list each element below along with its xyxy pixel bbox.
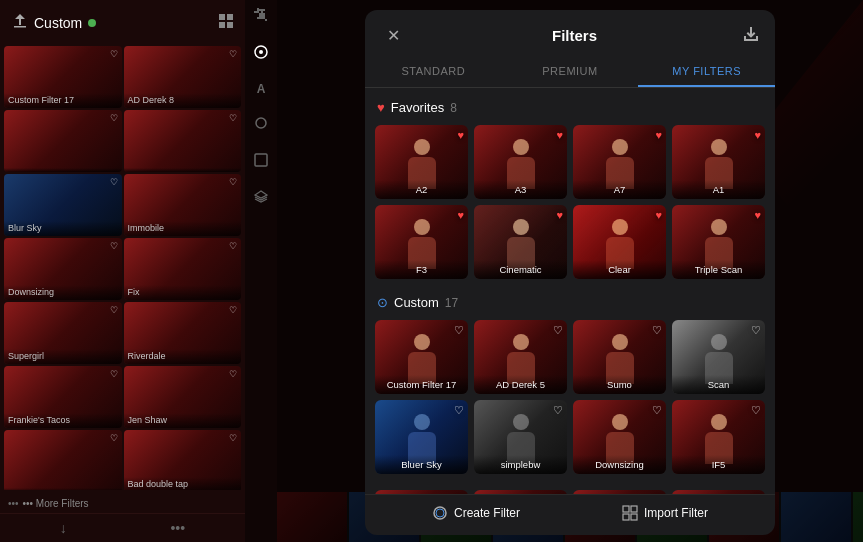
layers-icon[interactable] [254,190,268,207]
dots-icon[interactable]: ••• [170,520,185,536]
heart-icon: ♡ [229,113,237,123]
heart-icon: ♡ [229,241,237,251]
svg-rect-12 [631,506,637,512]
heart-icon: ♥ [754,129,761,141]
download-icon[interactable]: ↓ [60,520,67,536]
list-item[interactable]: ♡ [4,430,122,490]
filter-name: Downsizing [573,455,666,474]
filter-item-sumo[interactable]: ♡ Sumo [573,320,666,394]
filter-item-a1[interactable]: ♥ A1 [672,125,765,199]
heart-icon: ♡ [553,404,563,417]
svg-point-10 [436,509,444,517]
upload-icon[interactable] [12,13,28,33]
svg-rect-14 [631,514,637,520]
filter-item-if5[interactable]: ♡ IF5 [672,400,765,474]
heart-icon: ♥ [754,209,761,221]
import-filter-button[interactable]: Import Filter [622,505,708,521]
filter-name: IF5 [672,455,765,474]
filter-item-extra4[interactable]: ♡ [672,490,765,494]
heart-icon: ♥ [457,209,464,221]
crop-icon[interactable] [254,8,268,25]
list-item[interactable]: ♡ Bad double tap [124,430,242,490]
more-filters-row[interactable]: ••• ••• More Filters [0,490,245,513]
list-item[interactable]: ♡ [124,110,242,172]
modal-footer: Create Filter Import Filter [365,494,775,535]
filter-item-custom17[interactable]: ♡ Custom Filter 17 [375,320,468,394]
import-filter-label: Import Filter [644,506,708,520]
filter-item-a7[interactable]: ♥ A7 [573,125,666,199]
svg-rect-4 [227,22,233,28]
heart-icon: ♥ [556,209,563,221]
custom-section-header: ⊙ Custom 17 [375,295,765,310]
filter-item-extra3[interactable]: ♡ [573,490,666,494]
filter-item-ad-derek5[interactable]: ♡ AD Derek 5 [474,320,567,394]
filter-label: Blur Sky [8,223,42,234]
heart-icon: ♡ [751,324,761,337]
effect-icon[interactable] [254,116,268,133]
filter-item-a2[interactable]: ♥ A2 [375,125,468,199]
heart-icon: ♥ [377,100,385,115]
grid-icon[interactable] [219,14,233,32]
svg-rect-2 [227,14,233,20]
filter-item-extra2[interactable]: ♡ [474,490,567,494]
list-item[interactable]: ♡ Jen Shaw [124,366,242,428]
list-item[interactable]: ♡ Frankie's Tacos [4,366,122,428]
heart-icon: ♡ [454,404,464,417]
tab-premium[interactable]: PREMIUM [502,57,639,87]
filter-item-a3[interactable]: ♥ A3 [474,125,567,199]
favorites-section-header: ♥ Favorites 8 [375,100,765,115]
filter-name: Bluer Sky [375,455,468,474]
filter-item-bluer-sky[interactable]: ♡ Bluer Sky [375,400,468,474]
sidebar-thumbnails: ♡ Custom Filter 17 ♡ AD Derek 8 ♡ ♡ ♡ Bl… [0,46,245,490]
list-item[interactable]: ♡ Downsizing [4,238,122,300]
tab-my-filters[interactable]: MY FILTERS [638,57,775,87]
heart-icon: ♥ [655,209,662,221]
svg-point-7 [256,118,266,128]
filter-item-triple-scan[interactable]: ♥ Triple Scan [672,205,765,279]
heart-icon: ♡ [553,324,563,337]
upload-icon[interactable] [743,26,759,45]
status-dot [88,19,96,27]
sidebar-title: Custom [34,15,82,31]
tab-standard[interactable]: STANDARD [365,57,502,87]
heart-icon: ♡ [110,305,118,315]
filter-item-clear[interactable]: ♥ Clear [573,205,666,279]
list-item[interactable]: ♡ [4,110,122,172]
custom-icon: ⊙ [377,295,388,310]
filter-item-extra1[interactable]: ♡ [375,490,468,494]
frame-icon[interactable] [254,153,268,170]
list-item[interactable]: ♡ Riverdale [124,302,242,364]
filter-name: Clear [573,260,666,279]
favorites-count: 8 [450,101,457,115]
adjust-icon[interactable] [254,45,268,62]
custom-grid: ♡ Custom Filter 17 ♡ AD Derek 5 ♡ [375,320,765,474]
list-item[interactable]: ♡ Blur Sky [4,174,122,236]
list-item[interactable]: ♡ Immobile [124,174,242,236]
modal-close-button[interactable]: ✕ [381,24,406,47]
filter-label: Immobile [128,223,165,234]
heart-icon: ♥ [655,129,662,141]
list-item[interactable]: ♡ AD Derek 8 [124,46,242,108]
filter-item-f3[interactable]: ♥ F3 [375,205,468,279]
list-item[interactable]: ♡ Supergirl [4,302,122,364]
custom-count: 17 [445,296,458,310]
filter-label: Supergirl [8,351,44,362]
text-icon[interactable]: A [257,82,266,96]
filter-name: AD Derek 5 [474,375,567,394]
list-item[interactable]: ♡ Fix [124,238,242,300]
favorites-grid: ♥ A2 ♥ A3 ♥ A7 [375,125,765,279]
create-filter-button[interactable]: Create Filter [432,505,520,521]
heart-icon: ♡ [110,113,118,123]
filter-name: A1 [672,180,765,199]
more-filters-dots: ••• [8,498,19,509]
filter-name: Scan [672,375,765,394]
filter-item-simplebw[interactable]: ♡ simplebw [474,400,567,474]
filter-item-downsizing[interactable]: ♡ Downsizing [573,400,666,474]
filter-item-scan[interactable]: ♡ Scan [672,320,765,394]
filter-label: Downsizing [8,287,54,298]
modal-body[interactable]: ♥ Favorites 8 ♥ A2 ♥ [365,88,775,494]
filter-name: A3 [474,180,567,199]
heart-icon: ♡ [110,433,118,443]
list-item[interactable]: ♡ Custom Filter 17 [4,46,122,108]
filter-item-cinematic[interactable]: ♥ Cinematic [474,205,567,279]
